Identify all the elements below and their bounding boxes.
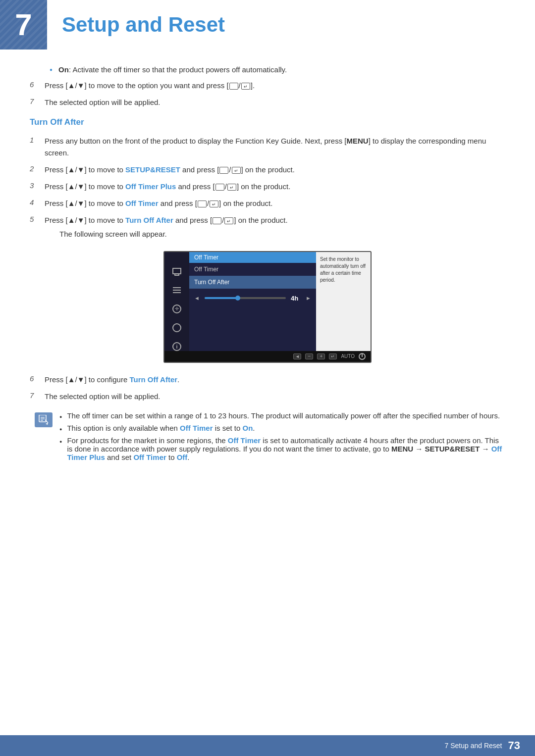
step-text-7a: The selected option will be applied. xyxy=(45,97,505,108)
step-num-4: 4 xyxy=(30,198,45,206)
note-bullet-1: ● The off timer can be set within a rang… xyxy=(59,411,505,420)
step-6b: 6 Press [▲/▼] to configure Turn Off Afte… xyxy=(30,374,505,386)
icon-enter-3: ↵ xyxy=(227,184,236,191)
auto-text: AUTO xyxy=(341,353,355,359)
line-1 xyxy=(173,287,181,288)
screen-container: ✛ i Off Timer Off Timer Turn Off After xyxy=(30,251,505,363)
menu-header: Off Timer xyxy=(189,252,316,263)
info-icon: i xyxy=(172,342,181,351)
step-1: 1 Press any button on the front of the p… xyxy=(30,135,505,159)
page-footer: 7 Setup and Reset 73 xyxy=(0,735,535,756)
note-bullet-3: ● For products for the market in some re… xyxy=(59,436,505,461)
step-text-6b: Press [▲/▼] to configure Turn Off After. xyxy=(45,374,505,386)
slider-track-container xyxy=(205,297,286,299)
line-2 xyxy=(173,290,181,291)
slider-area: ◄ 4h ► xyxy=(189,289,316,308)
svg-marker-5 xyxy=(46,423,48,425)
sidebar-icon-monitor xyxy=(171,267,182,276)
svg-line-4 xyxy=(45,420,48,423)
setup-reset-label: SETUP&RESET xyxy=(125,165,180,174)
note-text-1: The off timer can be set within a range … xyxy=(67,411,500,420)
slider-value: 4h xyxy=(291,295,301,302)
lines-icon xyxy=(173,287,181,293)
icon-enter-5: ↵ xyxy=(224,217,233,224)
step-text-7b: The selected option will be applied. xyxy=(45,391,505,403)
crosshair-icon: ✛ xyxy=(172,304,181,313)
turn-off-after-label: Turn Off After xyxy=(125,216,173,224)
step-num-1: 1 xyxy=(30,136,45,144)
slider-arrow-left: ◄ xyxy=(194,295,200,301)
turn-off-after-bold: Turn Off After xyxy=(129,375,177,384)
step-2: 2 Press [▲/▼] to move to SETUP&RESET and… xyxy=(30,164,505,176)
note-text-2: This option is only available when Off T… xyxy=(67,424,255,432)
menu-item-off-timer: Off Timer xyxy=(189,263,316,276)
step-num-3: 3 xyxy=(30,181,45,190)
line-3 xyxy=(173,292,181,293)
note-pencil-svg xyxy=(38,415,49,425)
step-text-3: Press [▲/▼] to move to Off Timer Plus an… xyxy=(45,181,505,193)
section-heading: Turn Off After xyxy=(30,117,505,127)
menu-item-turn-off-after: Turn Off After xyxy=(189,276,316,289)
off-timer-note3: Off Timer xyxy=(133,453,166,461)
icon-enter-4: ↵ xyxy=(210,201,218,207)
key-left: ◄ xyxy=(293,353,301,359)
slider-thumb xyxy=(235,296,240,301)
monitor-icon xyxy=(172,268,181,274)
step-num-7a: 7 xyxy=(30,97,45,105)
icon-square-2 xyxy=(219,167,228,174)
screen-inner: ✛ i Off Timer Off Timer Turn Off After xyxy=(164,252,371,351)
step-num-2: 2 xyxy=(30,164,45,173)
slider-track xyxy=(205,297,286,299)
off-note: Off xyxy=(177,453,188,461)
off-timer-plus-label: Off Timer Plus xyxy=(125,182,176,191)
step-4: 4 Press [▲/▼] to move to Off Timer and p… xyxy=(30,198,505,209)
on-text: : Activate the off timer so that the pro… xyxy=(69,65,287,74)
footer-page: 73 xyxy=(508,739,520,752)
note-box: ● The off timer can be set within a rang… xyxy=(30,411,505,465)
power-button xyxy=(359,353,366,360)
setup-reset-note: SETUP&RESET xyxy=(425,445,480,453)
page-header: 7 Setup and Reset xyxy=(0,0,535,50)
menu-key: MENU xyxy=(347,137,369,145)
screen-sidebar: ✛ i xyxy=(164,252,189,351)
step-text-5: Press [▲/▼] to move to Turn Off After an… xyxy=(45,214,505,240)
main-content: ● On: Activate the off timer so that the… xyxy=(0,64,535,465)
note-dot-3: ● xyxy=(59,439,62,444)
note-icon-inner xyxy=(38,415,49,424)
step-7a: 7 The selected option will be applied. xyxy=(30,97,505,108)
step-num-5: 5 xyxy=(30,215,45,223)
chapter-number-block: 7 xyxy=(0,0,47,50)
key-plus xyxy=(317,353,325,359)
footer-section: 7 Setup and Reset xyxy=(445,742,502,750)
step-3: 3 Press [▲/▼] to move to Off Timer Plus … xyxy=(30,181,505,193)
bullet-dot: ● xyxy=(50,67,53,72)
monitor-screen: ✛ i Off Timer Off Timer Turn Off After xyxy=(163,251,372,363)
chapter-number: 7 xyxy=(15,9,32,40)
bullet-on-text: On: Activate the off timer so that the p… xyxy=(58,64,505,76)
note-content: ● The off timer can be set within a rang… xyxy=(59,411,505,465)
icon-square-slash xyxy=(229,83,238,90)
step-5: 5 Press [▲/▼] to move to Turn Off After … xyxy=(30,214,505,240)
step-num-6a: 6 xyxy=(30,80,45,89)
screen-menu: Off Timer Off Timer Turn Off After ◄ 4h xyxy=(189,252,316,351)
icon-enter-2: ↵ xyxy=(232,167,241,174)
on-note: On xyxy=(243,424,253,432)
screen-tooltip: Set the monitor to automatically turn of… xyxy=(316,252,371,351)
sidebar-icon-info: i xyxy=(171,342,182,351)
step-text-6a: Press [▲/▼] to move to the option you wa… xyxy=(45,80,505,92)
icon-square-4 xyxy=(198,201,207,207)
off-timer-note: Off Timer xyxy=(180,424,213,432)
chapter-title-area: Setup and Reset xyxy=(47,0,225,50)
note-icon xyxy=(35,412,53,427)
step-6a: 6 Press [▲/▼] to move to the option you … xyxy=(30,80,505,92)
crosshair-symbol: ✛ xyxy=(175,306,179,311)
menu-note: MENU xyxy=(391,445,413,453)
key-minus xyxy=(305,353,313,359)
slider-arrow-right: ► xyxy=(306,295,311,301)
note-bullet-2: ● This option is only available when Off… xyxy=(59,424,505,432)
step-text-4: Press [▲/▼] to move to Off Timer and pre… xyxy=(45,198,505,209)
chapter-title: Setup and Reset xyxy=(62,13,225,37)
svg-rect-0 xyxy=(39,415,46,422)
on-label: On xyxy=(58,65,69,74)
step-7b: 7 The selected option will be applied. xyxy=(30,391,505,403)
